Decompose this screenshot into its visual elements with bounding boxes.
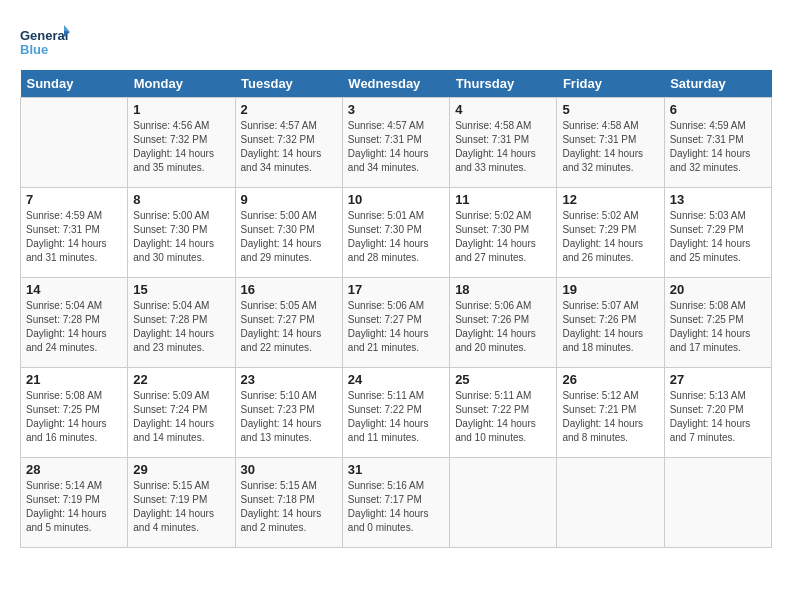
day-cell: 26Sunrise: 5:12 AMSunset: 7:21 PMDayligh… (557, 368, 664, 458)
logo: General Blue (20, 20, 70, 60)
week-row-4: 28Sunrise: 5:14 AMSunset: 7:19 PMDayligh… (21, 458, 772, 548)
day-info: Sunrise: 5:08 AMSunset: 7:25 PMDaylight:… (670, 299, 766, 355)
day-cell: 31Sunrise: 5:16 AMSunset: 7:17 PMDayligh… (342, 458, 449, 548)
day-cell: 9Sunrise: 5:00 AMSunset: 7:30 PMDaylight… (235, 188, 342, 278)
day-cell: 25Sunrise: 5:11 AMSunset: 7:22 PMDayligh… (450, 368, 557, 458)
week-row-1: 7Sunrise: 4:59 AMSunset: 7:31 PMDaylight… (21, 188, 772, 278)
day-number: 3 (348, 102, 444, 117)
day-cell: 1Sunrise: 4:56 AMSunset: 7:32 PMDaylight… (128, 98, 235, 188)
day-number: 12 (562, 192, 658, 207)
day-number: 11 (455, 192, 551, 207)
day-number: 30 (241, 462, 337, 477)
day-number: 14 (26, 282, 122, 297)
day-number: 6 (670, 102, 766, 117)
day-number: 20 (670, 282, 766, 297)
calendar-header-row: SundayMondayTuesdayWednesdayThursdayFrid… (21, 70, 772, 98)
day-cell: 8Sunrise: 5:00 AMSunset: 7:30 PMDaylight… (128, 188, 235, 278)
day-number: 7 (26, 192, 122, 207)
day-number: 25 (455, 372, 551, 387)
day-info: Sunrise: 5:03 AMSunset: 7:29 PMDaylight:… (670, 209, 766, 265)
day-number: 23 (241, 372, 337, 387)
day-header-wednesday: Wednesday (342, 70, 449, 98)
day-header-thursday: Thursday (450, 70, 557, 98)
day-cell (557, 458, 664, 548)
calendar-table: SundayMondayTuesdayWednesdayThursdayFrid… (20, 70, 772, 548)
day-number: 18 (455, 282, 551, 297)
day-number: 31 (348, 462, 444, 477)
day-number: 8 (133, 192, 229, 207)
day-cell: 21Sunrise: 5:08 AMSunset: 7:25 PMDayligh… (21, 368, 128, 458)
day-number: 13 (670, 192, 766, 207)
day-cell: 17Sunrise: 5:06 AMSunset: 7:27 PMDayligh… (342, 278, 449, 368)
day-cell: 15Sunrise: 5:04 AMSunset: 7:28 PMDayligh… (128, 278, 235, 368)
day-number: 1 (133, 102, 229, 117)
day-info: Sunrise: 5:11 AMSunset: 7:22 PMDaylight:… (348, 389, 444, 445)
day-info: Sunrise: 5:15 AMSunset: 7:19 PMDaylight:… (133, 479, 229, 535)
day-info: Sunrise: 5:11 AMSunset: 7:22 PMDaylight:… (455, 389, 551, 445)
day-cell: 20Sunrise: 5:08 AMSunset: 7:25 PMDayligh… (664, 278, 771, 368)
day-cell: 23Sunrise: 5:10 AMSunset: 7:23 PMDayligh… (235, 368, 342, 458)
day-cell: 6Sunrise: 4:59 AMSunset: 7:31 PMDaylight… (664, 98, 771, 188)
day-info: Sunrise: 5:08 AMSunset: 7:25 PMDaylight:… (26, 389, 122, 445)
day-info: Sunrise: 5:10 AMSunset: 7:23 PMDaylight:… (241, 389, 337, 445)
day-cell: 5Sunrise: 4:58 AMSunset: 7:31 PMDaylight… (557, 98, 664, 188)
day-number: 10 (348, 192, 444, 207)
day-info: Sunrise: 4:56 AMSunset: 7:32 PMDaylight:… (133, 119, 229, 175)
day-info: Sunrise: 5:00 AMSunset: 7:30 PMDaylight:… (241, 209, 337, 265)
day-info: Sunrise: 5:02 AMSunset: 7:30 PMDaylight:… (455, 209, 551, 265)
day-number: 4 (455, 102, 551, 117)
day-number: 27 (670, 372, 766, 387)
svg-text:General: General (20, 28, 68, 43)
day-cell: 27Sunrise: 5:13 AMSunset: 7:20 PMDayligh… (664, 368, 771, 458)
day-cell: 11Sunrise: 5:02 AMSunset: 7:30 PMDayligh… (450, 188, 557, 278)
week-row-2: 14Sunrise: 5:04 AMSunset: 7:28 PMDayligh… (21, 278, 772, 368)
day-info: Sunrise: 4:58 AMSunset: 7:31 PMDaylight:… (455, 119, 551, 175)
day-info: Sunrise: 5:13 AMSunset: 7:20 PMDaylight:… (670, 389, 766, 445)
day-info: Sunrise: 5:04 AMSunset: 7:28 PMDaylight:… (26, 299, 122, 355)
day-cell (21, 98, 128, 188)
day-cell: 14Sunrise: 5:04 AMSunset: 7:28 PMDayligh… (21, 278, 128, 368)
day-cell: 2Sunrise: 4:57 AMSunset: 7:32 PMDaylight… (235, 98, 342, 188)
day-cell: 30Sunrise: 5:15 AMSunset: 7:18 PMDayligh… (235, 458, 342, 548)
day-info: Sunrise: 5:06 AMSunset: 7:27 PMDaylight:… (348, 299, 444, 355)
day-number: 2 (241, 102, 337, 117)
day-header-friday: Friday (557, 70, 664, 98)
day-info: Sunrise: 5:02 AMSunset: 7:29 PMDaylight:… (562, 209, 658, 265)
day-cell: 24Sunrise: 5:11 AMSunset: 7:22 PMDayligh… (342, 368, 449, 458)
day-header-sunday: Sunday (21, 70, 128, 98)
day-info: Sunrise: 4:57 AMSunset: 7:31 PMDaylight:… (348, 119, 444, 175)
day-info: Sunrise: 5:09 AMSunset: 7:24 PMDaylight:… (133, 389, 229, 445)
day-number: 17 (348, 282, 444, 297)
day-number: 29 (133, 462, 229, 477)
svg-text:Blue: Blue (20, 42, 48, 57)
day-cell: 3Sunrise: 4:57 AMSunset: 7:31 PMDaylight… (342, 98, 449, 188)
day-number: 21 (26, 372, 122, 387)
day-cell: 22Sunrise: 5:09 AMSunset: 7:24 PMDayligh… (128, 368, 235, 458)
day-info: Sunrise: 5:15 AMSunset: 7:18 PMDaylight:… (241, 479, 337, 535)
day-info: Sunrise: 5:14 AMSunset: 7:19 PMDaylight:… (26, 479, 122, 535)
day-number: 16 (241, 282, 337, 297)
day-cell (450, 458, 557, 548)
day-number: 15 (133, 282, 229, 297)
day-info: Sunrise: 4:58 AMSunset: 7:31 PMDaylight:… (562, 119, 658, 175)
day-info: Sunrise: 4:57 AMSunset: 7:32 PMDaylight:… (241, 119, 337, 175)
day-cell: 16Sunrise: 5:05 AMSunset: 7:27 PMDayligh… (235, 278, 342, 368)
day-info: Sunrise: 4:59 AMSunset: 7:31 PMDaylight:… (670, 119, 766, 175)
day-info: Sunrise: 4:59 AMSunset: 7:31 PMDaylight:… (26, 209, 122, 265)
week-row-3: 21Sunrise: 5:08 AMSunset: 7:25 PMDayligh… (21, 368, 772, 458)
page-header: General Blue (20, 20, 772, 60)
day-number: 9 (241, 192, 337, 207)
week-row-0: 1Sunrise: 4:56 AMSunset: 7:32 PMDaylight… (21, 98, 772, 188)
day-header-saturday: Saturday (664, 70, 771, 98)
day-info: Sunrise: 5:04 AMSunset: 7:28 PMDaylight:… (133, 299, 229, 355)
day-number: 24 (348, 372, 444, 387)
day-cell: 29Sunrise: 5:15 AMSunset: 7:19 PMDayligh… (128, 458, 235, 548)
day-info: Sunrise: 5:05 AMSunset: 7:27 PMDaylight:… (241, 299, 337, 355)
day-info: Sunrise: 5:16 AMSunset: 7:17 PMDaylight:… (348, 479, 444, 535)
day-cell: 12Sunrise: 5:02 AMSunset: 7:29 PMDayligh… (557, 188, 664, 278)
day-number: 28 (26, 462, 122, 477)
day-number: 19 (562, 282, 658, 297)
day-cell: 13Sunrise: 5:03 AMSunset: 7:29 PMDayligh… (664, 188, 771, 278)
day-info: Sunrise: 5:07 AMSunset: 7:26 PMDaylight:… (562, 299, 658, 355)
day-number: 26 (562, 372, 658, 387)
